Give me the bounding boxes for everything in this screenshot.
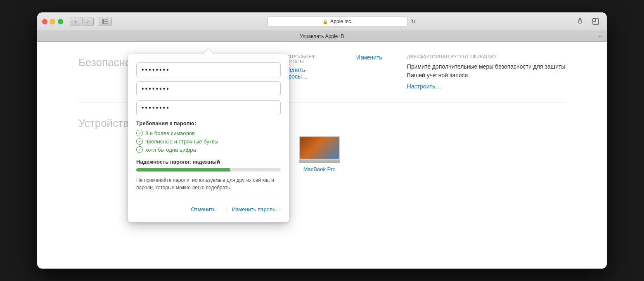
lock-icon: 🔒 [322, 19, 328, 24]
reload-button[interactable]: ↻ [408, 16, 419, 27]
current-password-field[interactable] [136, 62, 281, 77]
maximize-button[interactable] [58, 19, 63, 24]
address-text: Apple Inc. [330, 19, 352, 24]
tab-bar: Управлять Apple ID + [37, 31, 607, 41]
forward-button[interactable]: › [82, 17, 94, 26]
device-image-macbook [299, 130, 340, 163]
strength-title: Надежность пароля: надежный [136, 159, 281, 165]
macbook-body [299, 136, 340, 163]
req-check-length: ✓ [136, 130, 143, 136]
back-button[interactable]: ‹ [70, 17, 81, 26]
req-item-case: ✓ прописные и строчные буквы [136, 138, 281, 145]
sidebar-toggle-button[interactable] [99, 17, 112, 26]
new-tab-icon[interactable]: + [598, 33, 602, 40]
password-requirements: Требования к паролю: ✓ 8 и более символо… [136, 120, 281, 153]
strength-bar-fill [136, 168, 230, 171]
traffic-lights [42, 19, 63, 24]
change-password-button[interactable]: Изменить пароль… [232, 204, 281, 214]
svg-rect-1 [105, 19, 108, 20]
device-item-macbook: MacBook Pro [299, 130, 340, 172]
two-factor-title: ДВУХФАКТОРНАЯ АУТЕНТИФИКАЦИЯ [407, 54, 566, 59]
strength-bar-container [136, 168, 281, 171]
req-text-case: прописные и строчные буквы [145, 138, 218, 145]
req-check-case: ✓ [136, 138, 143, 145]
browser-chrome: ‹ › 🔒 Apple Inc. ↻ [37, 12, 607, 42]
tab-title: Управлять Apple ID [300, 33, 344, 39]
cancel-button[interactable]: Отменить [184, 204, 222, 214]
nav-buttons: ‹ › [70, 17, 94, 26]
new-password-field[interactable] [136, 81, 281, 96]
page-content: Безопасность ПАРОЛЬ Изменить пароль… КОН… [37, 42, 607, 269]
two-factor-setup-link[interactable]: Настроить… [407, 83, 566, 90]
page-inner: Безопасность ПАРОЛЬ Изменить пароль… КОН… [37, 42, 607, 185]
password-change-popover: Требования к паролю: ✓ 8 и более символо… [128, 54, 289, 222]
security-questions-column: КОНТРОЛЬНЫЕ ВОПРОСЫ Изменить вопросы… Из… [279, 54, 382, 90]
share-button[interactable] [574, 17, 586, 26]
req-check-number: ✓ [136, 146, 143, 153]
strength-section: Надежность пароля: надежный Не применяйт… [136, 159, 281, 191]
req-item-length: ✓ 8 и более символов [136, 130, 281, 136]
address-bar-container: 🔒 Apple Inc. ↻ [115, 16, 571, 27]
req-text-number: хотя бы одна цифра [145, 147, 196, 153]
svg-rect-2 [105, 21, 108, 22]
macbook-screen [299, 136, 340, 160]
new-tab-button[interactable] [590, 17, 602, 26]
browser-actions [574, 17, 602, 26]
questions-change-button[interactable]: Изменить [356, 54, 382, 61]
minimize-button[interactable] [50, 19, 55, 24]
strength-warning: Не применяйте пароли, используемые для д… [136, 176, 281, 191]
svg-rect-0 [102, 19, 104, 24]
confirm-password-field[interactable] [136, 100, 281, 115]
req-text-length: 8 и более символов [145, 130, 195, 136]
popover-arrow [204, 49, 213, 54]
device-name-macbook[interactable]: MacBook Pro [303, 166, 336, 172]
req-item-number: ✓ хотя бы одна цифра [136, 146, 281, 153]
close-button[interactable] [42, 19, 47, 24]
mac-frame: ‹ › 🔒 Apple Inc. ↻ [37, 12, 607, 269]
button-separator: | [226, 204, 228, 214]
popover-buttons: Отменить | Изменить пароль… [136, 198, 281, 214]
two-factor-section: ДВУХФАКТОРНАЯ АУТЕНТИФИКАЦИЯ Примите доп… [407, 54, 566, 90]
requirements-title: Требования к паролю: [136, 120, 281, 126]
browser-toolbar: ‹ › 🔒 Apple Inc. ↻ [37, 12, 607, 31]
two-factor-description: Примите дополнительные меры безопасности… [407, 62, 566, 80]
svg-rect-3 [105, 23, 108, 24]
address-bar[interactable]: 🔒 Apple Inc. [268, 16, 408, 27]
